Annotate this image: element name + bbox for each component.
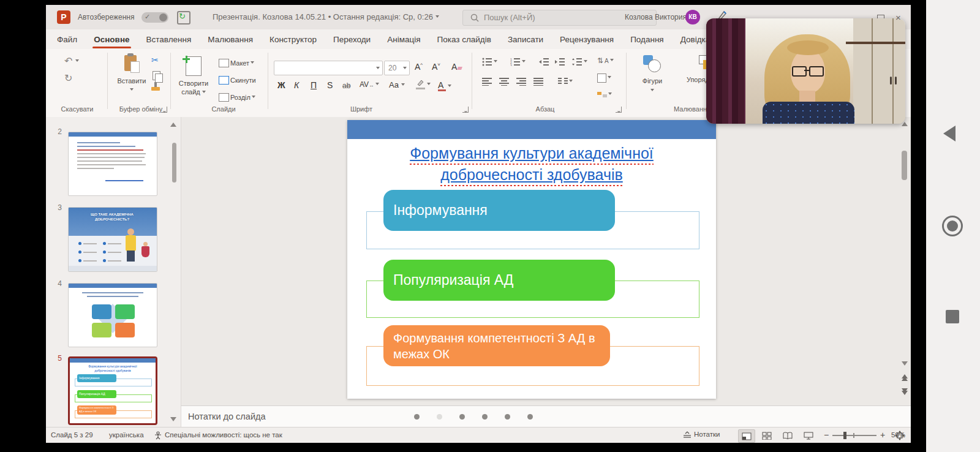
- panel-scrollbar-thumb[interactable]: [172, 143, 176, 183]
- tab-help[interactable]: Довідка: [680, 35, 710, 44]
- tab-record[interactable]: Записати: [508, 35, 543, 44]
- avatar[interactable]: КВ: [685, 10, 700, 24]
- line-spacing-button[interactable]: [571, 58, 587, 66]
- notes-icon: [683, 431, 692, 438]
- align-text-button[interactable]: [597, 73, 611, 83]
- align-right-button[interactable]: [516, 77, 527, 88]
- content-box-popularization[interactable]: Популяризація АД: [383, 260, 615, 301]
- screen: P Автозбереження ✓ ↻ Презентація. Козлов…: [0, 0, 980, 452]
- text-direction-button[interactable]: ⇅A: [597, 56, 614, 65]
- zoom-slider-track[interactable]: [832, 435, 876, 436]
- webcam-overlay[interactable]: [706, 18, 905, 124]
- tab-file[interactable]: Файл: [57, 35, 77, 44]
- numbering-button[interactable]: 123: [510, 58, 526, 66]
- notes-placeholder[interactable]: Нотатки до слайда: [188, 412, 266, 421]
- shrink-font-button[interactable]: A˅: [432, 62, 440, 72]
- notes-toggle-button[interactable]: Нотатки: [683, 431, 720, 438]
- tab-draw[interactable]: Малювання: [208, 35, 253, 44]
- tab-slideshow[interactable]: Показ слайдів: [437, 35, 491, 44]
- align-center-button[interactable]: [499, 77, 510, 88]
- bold-button[interactable]: Ж: [277, 80, 285, 90]
- notes-pane[interactable]: Нотатки до слайда: [181, 405, 911, 428]
- layout-button[interactable]: Макет: [219, 59, 254, 67]
- align-left-button[interactable]: [482, 77, 492, 88]
- glasses-icon: [792, 66, 807, 77]
- thumbnail-number: 3: [50, 203, 62, 212]
- accessibility-status[interactable]: Спеціальні можливості: щось не так: [165, 431, 282, 439]
- tab-design[interactable]: Конструктор: [270, 35, 317, 44]
- close-button[interactable]: ×: [895, 12, 901, 23]
- slide-header-bar[interactable]: [347, 120, 716, 139]
- undo-button[interactable]: ↶: [64, 56, 79, 66]
- font-name-combo[interactable]: [274, 61, 383, 75]
- tab-transitions[interactable]: Переходи: [333, 35, 371, 44]
- document-title[interactable]: Презентація. Козлова 14.05.21 • Остання …: [213, 12, 439, 21]
- slide-thumbnail-3[interactable]: ЩО ТАКЕ АКАДЕМІЧНА ДОБРОЧЕСНІСТЬ?: [68, 207, 157, 272]
- normal-view-button[interactable]: [738, 429, 755, 443]
- slide-thumbnail-2[interactable]: [68, 132, 157, 196]
- slide-thumbnail-4[interactable]: [68, 283, 157, 347]
- tab-insert[interactable]: Вставлення: [146, 35, 192, 44]
- content-box-competence[interactable]: Формування компетентності З АД вмежах ОК: [383, 325, 610, 366]
- format-painter-icon[interactable]: [151, 87, 160, 91]
- android-back-button[interactable]: [943, 126, 956, 141]
- save-sync-icon[interactable]: ↻: [177, 11, 190, 24]
- slide-sorter-view-button[interactable]: [759, 429, 775, 442]
- slideshow-view-button[interactable]: [801, 429, 816, 442]
- panel-scroll-up[interactable]: [170, 122, 176, 127]
- highlight-color-button[interactable]: [416, 78, 426, 91]
- slide-title[interactable]: Формування культури академічної доброчес…: [347, 143, 716, 186]
- strikethrough-button[interactable]: ab: [342, 81, 350, 90]
- cut-icon[interactable]: ✂: [151, 55, 159, 65]
- previous-slide-button[interactable]: [902, 374, 908, 381]
- canvas-scroll-up[interactable]: [902, 122, 908, 126]
- justify-button[interactable]: [533, 77, 544, 88]
- reading-view-button[interactable]: [780, 429, 796, 442]
- next-slide-button[interactable]: [902, 388, 908, 395]
- italic-button[interactable]: К: [294, 80, 299, 90]
- zoom-in-button[interactable]: +: [880, 430, 885, 440]
- convert-smartart-button[interactable]: [597, 91, 612, 99]
- user-name[interactable]: Козлова Виктория: [625, 13, 684, 21]
- increase-indent-button[interactable]: [554, 58, 565, 69]
- current-slide[interactable]: Формування культури академічної доброчес…: [347, 120, 716, 399]
- shadow-button[interactable]: S: [327, 80, 333, 90]
- zoom-out-button[interactable]: −: [824, 430, 829, 440]
- android-recents-button[interactable]: [946, 310, 959, 323]
- columns-button[interactable]: [558, 77, 573, 86]
- slide-thumbnail-5-selected[interactable]: Формування культури академічної доброчес…: [68, 356, 157, 425]
- language-indicator[interactable]: українська: [109, 431, 144, 439]
- shapes-button[interactable]: Фігури: [633, 55, 672, 96]
- section-button[interactable]: Розділ: [219, 93, 255, 102]
- font-color-button[interactable]: A: [438, 80, 443, 91]
- tab-animations[interactable]: Анімація: [387, 35, 420, 44]
- bullets-button[interactable]: [482, 58, 497, 66]
- clear-formatting-button[interactable]: A: [451, 62, 462, 72]
- underline-button[interactable]: П: [311, 80, 317, 90]
- decrease-indent-button[interactable]: [538, 58, 549, 69]
- canvas-scrollbar-thumb[interactable]: [902, 151, 907, 180]
- character-spacing-button[interactable]: AV↔: [360, 80, 379, 89]
- grow-font-button[interactable]: A^: [415, 62, 423, 72]
- slide-counter[interactable]: Слайд 5 з 29: [51, 431, 93, 439]
- group-label-undo: Скасувати: [52, 105, 102, 113]
- content-box-informing[interactable]: Інформування: [383, 190, 615, 231]
- fit-to-window-icon[interactable]: [895, 431, 905, 440]
- tab-review[interactable]: Рецензування: [560, 35, 614, 44]
- copy-icon[interactable]: [153, 71, 160, 80]
- paragraph-dialog-launcher[interactable]: [616, 107, 622, 113]
- autosave-toggle[interactable]: ✓: [141, 12, 168, 23]
- font-size-combo[interactable]: 20: [384, 61, 410, 75]
- tab-view[interactable]: Подання: [630, 35, 664, 44]
- android-home-button[interactable]: [942, 216, 963, 236]
- redo-button[interactable]: ↻: [64, 73, 72, 83]
- clipboard-dialog-launcher[interactable]: [161, 107, 167, 113]
- zoom-slider-thumb[interactable]: [843, 432, 846, 439]
- panel-scroll-down[interactable]: [170, 417, 176, 421]
- reset-slide-button[interactable]: Скинути: [219, 76, 256, 85]
- font-dialog-launcher[interactable]: [462, 107, 469, 113]
- tab-home[interactable]: Основне: [94, 35, 129, 44]
- change-case-button[interactable]: Aa: [389, 80, 405, 89]
- canvas-scroll-down[interactable]: [902, 361, 908, 366]
- thumbnail-number-current: 5: [50, 354, 62, 363]
